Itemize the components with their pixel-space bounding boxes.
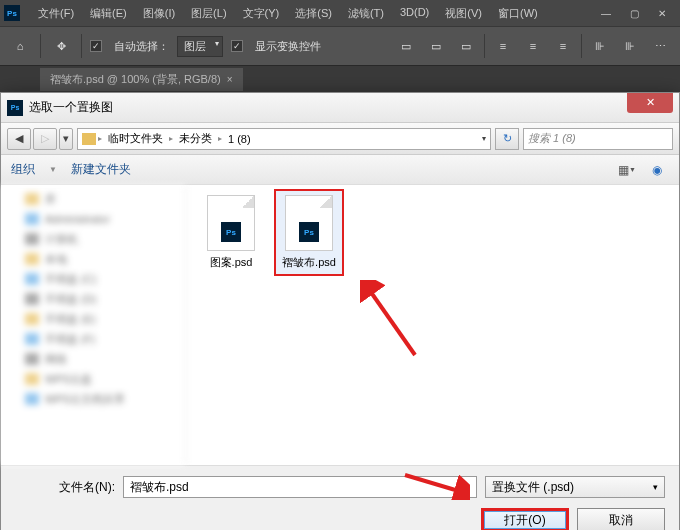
menu-item[interactable]: 文件(F) — [30, 6, 82, 21]
sidebar-item[interactable]: 不明盘 (F) — [1, 329, 185, 349]
sidebar-item[interactable]: WPS云文档共享 — [1, 389, 185, 409]
file-item-selected[interactable]: Ps 褶皱布.psd — [274, 189, 344, 276]
sidebar-item[interactable]: 不明盘 (C) — [1, 269, 185, 289]
distribute-icon[interactable]: ≡ — [551, 34, 575, 58]
file-name: 图案.psd — [196, 255, 266, 270]
sidebar-item[interactable]: 本地 — [1, 249, 185, 269]
filename-label: 文件名(N): — [15, 479, 115, 496]
breadcrumb[interactable]: ▸ 临时文件夹 ▸ 未分类 ▸ 1 (8) ▾ — [77, 128, 491, 150]
sidebar-item[interactable]: 网络 — [1, 349, 185, 369]
sidebar-item[interactable]: Administrator — [1, 209, 185, 229]
help-icon[interactable]: ◉ — [645, 160, 669, 180]
minimize-icon[interactable]: — — [592, 3, 620, 23]
align-icon[interactable]: ▭ — [394, 34, 418, 58]
distribute-icon[interactable]: ≡ — [491, 34, 515, 58]
cancel-button[interactable]: 取消 — [577, 508, 665, 530]
dialog-close-button[interactable]: ✕ — [627, 93, 673, 113]
align-icon[interactable]: ▭ — [454, 34, 478, 58]
ps-logo: Ps — [4, 5, 20, 21]
maximize-icon[interactable]: ▢ — [620, 3, 648, 23]
more-icon[interactable]: ⋯ — [648, 34, 672, 58]
breadcrumb-seg[interactable]: 未分类 — [175, 131, 216, 146]
menu-item[interactable]: 编辑(E) — [82, 6, 135, 21]
file-item[interactable]: Ps 图案.psd — [196, 195, 266, 270]
menu-item[interactable]: 图像(I) — [135, 6, 183, 21]
ps-icon: Ps — [7, 100, 23, 116]
file-name: 褶皱布.psd — [280, 255, 338, 270]
document-tab-label: 褶皱布.psd @ 100% (背景, RGB/8) — [50, 72, 221, 87]
distribute-icon[interactable]: ≡ — [521, 34, 545, 58]
new-folder-button[interactable]: 新建文件夹 — [71, 161, 131, 178]
menu-item[interactable]: 滤镜(T) — [340, 6, 392, 21]
menu-bar: 文件(F)编辑(E)图像(I)图层(L)文字(Y)选择(S)滤镜(T)3D(D)… — [30, 6, 546, 21]
sidebar-item[interactable]: 库 — [1, 189, 185, 209]
sidebar-item[interactable]: 不明盘 (E) — [1, 309, 185, 329]
distribute-icon[interactable]: ⊪ — [618, 34, 642, 58]
sidebar-item[interactable]: 不明盘 (D) — [1, 289, 185, 309]
sidebar-item[interactable]: WPS云盘 — [1, 369, 185, 389]
filename-input[interactable]: 褶皱布.psd — [123, 476, 477, 498]
layer-dropdown[interactable]: 图层 — [177, 36, 223, 57]
folder-icon — [82, 133, 96, 145]
file-area[interactable]: Ps 图案.psd Ps 褶皱布.psd — [186, 185, 679, 465]
align-icon[interactable]: ▭ — [424, 34, 448, 58]
open-button[interactable]: 打开(O) — [481, 508, 569, 530]
menu-item[interactable]: 窗口(W) — [490, 6, 546, 21]
auto-select-checkbox[interactable]: ✓ — [90, 40, 102, 52]
organize-button[interactable]: 组织 — [11, 161, 35, 178]
dialog-title: 选取一个置换图 — [29, 99, 113, 116]
nav-back-button[interactable]: ◀ — [7, 128, 31, 150]
file-filter-dropdown[interactable]: 置换文件 (.psd) — [485, 476, 665, 498]
search-input[interactable]: 搜索 1 (8) — [523, 128, 673, 150]
view-icon[interactable]: ▦ ▼ — [615, 160, 639, 180]
close-icon[interactable]: ✕ — [648, 3, 676, 23]
sidebar: 库Administrator计算机本地不明盘 (C)不明盘 (D)不明盘 (E)… — [1, 185, 186, 465]
auto-select-label: 自动选择： — [114, 39, 169, 54]
distribute-icon[interactable]: ⊪ — [588, 34, 612, 58]
document-tab[interactable]: 褶皱布.psd @ 100% (背景, RGB/8) × — [40, 68, 243, 91]
show-transform-label: 显示变换控件 — [255, 39, 321, 54]
menu-item[interactable]: 选择(S) — [287, 6, 340, 21]
breadcrumb-seg[interactable]: 临时文件夹 — [104, 131, 167, 146]
menu-item[interactable]: 图层(L) — [183, 6, 234, 21]
show-transform-checkbox[interactable]: ✓ — [231, 40, 243, 52]
refresh-button[interactable]: ↻ — [495, 128, 519, 150]
tab-close-icon[interactable]: × — [227, 74, 233, 85]
home-icon[interactable]: ⌂ — [8, 34, 32, 58]
menu-item[interactable]: 文字(Y) — [235, 6, 288, 21]
nav-forward-button[interactable]: ▷ — [33, 128, 57, 150]
breadcrumb-seg[interactable]: 1 (8) — [224, 133, 255, 145]
sidebar-item[interactable]: 计算机 — [1, 229, 185, 249]
menu-item[interactable]: 3D(D) — [392, 6, 437, 21]
nav-history-button[interactable]: ▾ — [59, 128, 73, 150]
menu-item[interactable]: 视图(V) — [437, 6, 490, 21]
move-tool-icon[interactable]: ✥ — [49, 34, 73, 58]
file-open-dialog: Ps 选取一个置换图 ✕ ◀ ▷ ▾ ▸ 临时文件夹 ▸ 未分类 ▸ 1 (8)… — [0, 92, 680, 530]
